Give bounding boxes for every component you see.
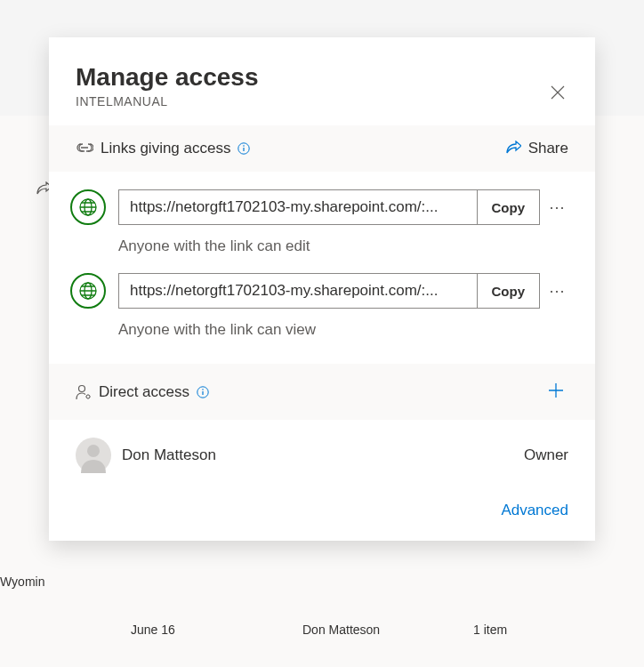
- bg-text: Wyomin: [0, 575, 44, 589]
- person-row: Don Matteson Owner: [49, 420, 595, 491]
- link-row: Copy ⋯ Anyone with the link can edit: [49, 172, 595, 255]
- person-name: Don Matteson: [122, 446, 216, 464]
- more-options-button[interactable]: ⋯: [540, 281, 568, 301]
- bg-text: Don Matteson: [302, 623, 380, 637]
- advanced-button[interactable]: Advanced: [501, 502, 568, 519]
- svg-point-8: [86, 395, 90, 398]
- close-button[interactable]: [543, 78, 572, 109]
- share-icon: [505, 141, 521, 157]
- more-options-button[interactable]: ⋯: [540, 197, 568, 217]
- copy-button[interactable]: Copy: [477, 189, 541, 225]
- person-icon: [76, 438, 111, 473]
- plus-icon: [547, 382, 565, 399]
- info-icon[interactable]: [237, 142, 250, 155]
- direct-access-section-header: Direct access: [49, 364, 595, 420]
- link-icon: [76, 142, 93, 155]
- svg-point-10: [202, 389, 204, 390]
- link-url-input[interactable]: [118, 189, 477, 225]
- bg-text: 1 item: [473, 623, 507, 637]
- share-button[interactable]: Share: [505, 140, 568, 157]
- manage-access-dialog: Manage access INTELMANUAL Links giving a…: [49, 37, 595, 541]
- person-role: Owner: [524, 446, 568, 464]
- direct-access-title: Direct access: [99, 383, 189, 401]
- dialog-title: Manage access: [76, 62, 258, 92]
- svg-point-7: [79, 385, 85, 391]
- close-icon: [551, 85, 565, 100]
- link-url-input[interactable]: [118, 273, 477, 309]
- person-gear-icon: [76, 384, 92, 400]
- globe-icon: [70, 189, 106, 225]
- ellipsis-icon: ⋯: [549, 282, 565, 300]
- svg-point-12: [87, 445, 100, 457]
- link-description: Anyone with the link can edit: [118, 237, 568, 255]
- share-label: Share: [528, 140, 568, 157]
- link-description: Anyone with the link can view: [118, 321, 568, 339]
- link-row: Copy ⋯ Anyone with the link can view: [49, 255, 595, 339]
- add-person-button[interactable]: [543, 378, 568, 406]
- svg-point-1: [244, 145, 246, 147]
- info-icon[interactable]: [197, 386, 209, 398]
- avatar: [76, 438, 111, 473]
- links-section-title: Links giving access: [101, 140, 230, 157]
- svg-rect-2: [244, 148, 245, 151]
- links-section-header: Links giving access Share: [49, 125, 595, 172]
- svg-rect-11: [202, 391, 203, 395]
- ellipsis-icon: ⋯: [549, 198, 565, 216]
- bg-text: June 16: [131, 623, 175, 637]
- dialog-subtitle: INTELMANUAL: [76, 94, 258, 108]
- globe-icon: [70, 273, 106, 309]
- copy-button[interactable]: Copy: [477, 273, 541, 309]
